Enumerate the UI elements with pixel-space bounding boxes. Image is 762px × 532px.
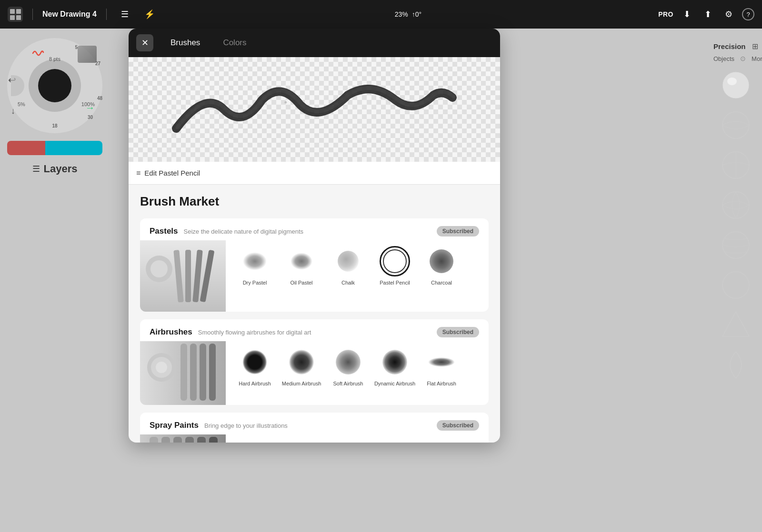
brush-preview <box>129 57 500 162</box>
dynamic-airbrush-preview <box>382 350 407 374</box>
ring-num-18: 18 <box>52 123 57 128</box>
brush-item-side-spray[interactable]: Side Spray <box>420 440 463 443</box>
brush-icon-flat-spray <box>380 440 410 443</box>
category-header-spray-paints: Spray Paints Bring edge to your illustra… <box>140 413 489 434</box>
tab-brushes-label: Brushes <box>170 38 200 47</box>
right-panel-header: Precision ⊞ Objects ⊙ More <box>710 36 762 64</box>
sphere-4[interactable] <box>719 188 753 222</box>
subscribed-badge-pastels[interactable]: Subscribed <box>437 226 479 236</box>
flat-airbrush-preview <box>428 357 455 367</box>
sphere-3[interactable] <box>719 148 753 182</box>
color-primary[interactable] <box>7 141 45 155</box>
upload-button[interactable]: ⬆ <box>700 7 715 22</box>
subscribed-badge-airbrushes[interactable]: Subscribed <box>437 327 479 337</box>
category-header-pastels: Pastels Seize the delicate nature of dig… <box>140 218 489 240</box>
precision-label: Precision <box>713 42 746 50</box>
brush-item-dynamic-airbrush[interactable]: Dynamic Airbrush <box>373 347 416 387</box>
tool-button[interactable]: ⚡ <box>141 6 158 23</box>
help-button[interactable]: ? <box>742 8 754 20</box>
svg-point-10 <box>332 105 334 107</box>
brush-icon-flat-airbrush <box>426 347 457 377</box>
zoom-level[interactable]: 23% <box>395 10 408 18</box>
flow-label: 100% <box>81 101 95 107</box>
sphere-7[interactable] <box>719 308 753 342</box>
pastel-pencil-preview <box>383 249 407 273</box>
brush-item-fat-spray[interactable]: Fat Spray <box>327 440 370 443</box>
dry-pastel-preview <box>243 252 267 270</box>
grid-icon[interactable]: ⊞ <box>752 42 758 51</box>
layers-icon: ☰ <box>32 164 40 174</box>
hard-airbrush-preview <box>242 350 267 374</box>
brush-item-pastel-pencil[interactable]: Pastel Pencil <box>373 246 416 286</box>
brush-icon-fine-spray <box>240 440 270 443</box>
angle-indicator[interactable]: ↑0° <box>412 10 421 18</box>
app-icon[interactable] <box>8 7 23 22</box>
svg-point-11 <box>380 96 382 99</box>
sphere-1[interactable] <box>719 68 753 102</box>
brush-icon-spatter <box>473 440 489 443</box>
dynamic-airbrush-label: Dynamic Airbrush <box>374 380 415 387</box>
brush-item-chalk[interactable]: Chalk <box>327 246 370 286</box>
svg-point-7 <box>194 108 197 111</box>
brush-item-medium-spray[interactable]: Medium Spray <box>280 440 323 443</box>
brush-icon-dry-pastel <box>240 246 270 276</box>
brush-item-flat-airbrush[interactable]: Flat Airbrush <box>420 347 463 387</box>
tool-indicator <box>31 48 44 59</box>
close-icon: ✕ <box>141 38 149 48</box>
close-button[interactable]: ✕ <box>136 34 153 51</box>
category-body-pastels: Dry Pastel Oil Pastel Chalk <box>140 240 489 312</box>
brush-item-hard-airbrush[interactable]: Hard Airbrush <box>233 347 276 387</box>
pastels-illustration <box>140 245 226 307</box>
edit-bar[interactable]: ≡ Edit Pastel Pencil <box>129 162 500 185</box>
sphere-2[interactable] <box>719 108 753 142</box>
category-body-spray-paints: Fine Spray Medium Spray Fat Spray <box>140 434 489 443</box>
brush-item-fine-spray[interactable]: Fine Spray <box>233 440 276 443</box>
menu-button[interactable]: ☰ <box>116 6 133 23</box>
brush-item-dry-pastel[interactable]: Dry Pastel <box>233 246 276 286</box>
brush-icon-hard-airbrush <box>240 347 270 377</box>
tab-brushes[interactable]: Brushes <box>159 34 211 51</box>
svg-rect-28 <box>185 437 194 443</box>
svg-rect-29 <box>197 437 206 443</box>
subscribed-badge-spray-paints[interactable]: Subscribed <box>437 420 479 431</box>
layers-button[interactable]: ☰ Layers <box>32 163 78 175</box>
brush-item-oil-pastel[interactable]: Oil Pastel <box>280 246 323 286</box>
sphere-6[interactable] <box>719 268 753 302</box>
brush-icon-pastel-pencil <box>380 246 410 276</box>
svg-rect-30 <box>209 437 218 443</box>
category-desc-spray-paints: Bring edge to your illustrations <box>204 422 288 429</box>
charcoal-preview <box>430 249 453 273</box>
brush-item-spatter[interactable]: Spat... <box>467 440 489 443</box>
category-image-pastels <box>140 240 226 312</box>
brush-icon-charcoal <box>426 246 457 276</box>
download-button[interactable]: ⬇ <box>679 7 694 22</box>
color-bar[interactable] <box>7 141 102 155</box>
settings-button[interactable]: ⚙ <box>721 7 736 22</box>
brush-icon-oil-pastel <box>286 246 317 276</box>
svg-rect-22 <box>190 344 197 401</box>
svg-point-9 <box>285 101 287 104</box>
brush-icon-chalk <box>333 246 363 276</box>
radial-tool[interactable]: 5 27 48 30 18 ↩ ↓ → 8 pts <box>7 38 102 133</box>
objects-label[interactable]: Objects <box>713 55 734 62</box>
sphere-5[interactable] <box>719 228 753 262</box>
sphere-8[interactable] <box>719 348 753 382</box>
brush-item-flat-spray[interactable]: Flat Spray <box>373 440 416 443</box>
brush-item-charcoal[interactable]: Charcoal <box>420 246 463 286</box>
radial-inner <box>29 59 81 112</box>
category-pastels: Pastels Seize the delicate nature of dig… <box>140 218 489 312</box>
tab-colors[interactable]: Colors <box>211 34 258 51</box>
brush-item-medium-airbrush[interactable]: Medium Airbrush <box>280 347 323 387</box>
color-secondary[interactable] <box>45 141 102 155</box>
brush-stroke <box>167 71 462 148</box>
svg-point-0 <box>722 72 749 99</box>
medium-airbrush-preview <box>289 350 314 374</box>
right-panel: Precision ⊞ Objects ⊙ More <box>710 29 762 532</box>
edit-bar-label[interactable]: Edit Pastel Pencil <box>144 169 200 177</box>
chalk-preview <box>338 251 359 272</box>
more-label[interactable]: More <box>752 55 762 62</box>
down-button[interactable]: ↓ <box>11 106 15 116</box>
brush-item-soft-airbrush[interactable]: Soft Airbrush <box>327 347 370 387</box>
radial-outer: 5 27 48 30 18 ↩ ↓ → <box>7 38 102 133</box>
brush-size-indicator[interactable] <box>38 69 71 102</box>
